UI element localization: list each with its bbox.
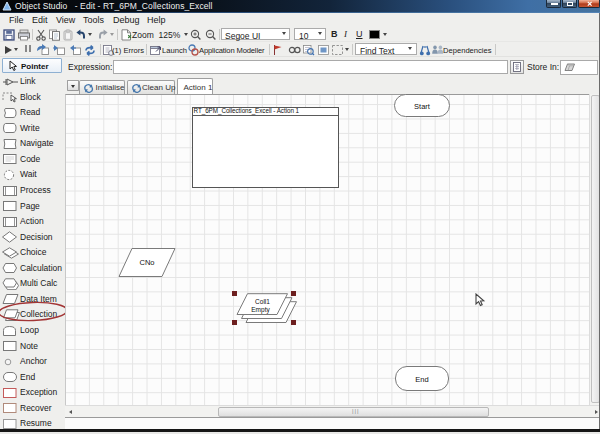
svg-text:Coll1: Coll1 xyxy=(255,298,270,305)
svg-text:CNo: CNo xyxy=(139,258,154,267)
svg-text:Empty: Empty xyxy=(251,306,270,314)
